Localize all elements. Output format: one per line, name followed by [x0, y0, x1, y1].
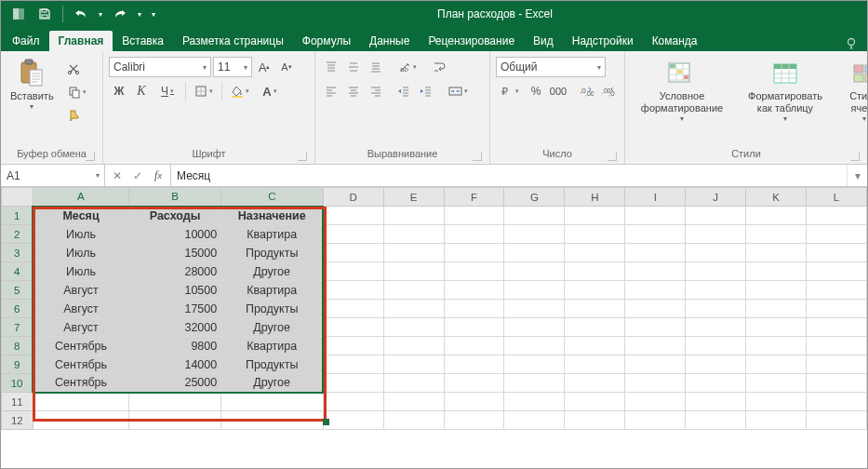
column-header[interactable]: A	[33, 188, 128, 207]
cell[interactable]	[746, 207, 807, 225]
font-size-combo[interactable]: 11▾	[213, 57, 252, 77]
format-as-table-button[interactable]: Форматировать как таблицу ▾	[739, 57, 832, 125]
column-header[interactable]: H	[565, 188, 625, 207]
bold-button[interactable]: Ж	[109, 81, 129, 101]
cell[interactable]	[625, 244, 686, 262]
cell[interactable]	[625, 355, 686, 374]
redo-drop[interactable]: ▾	[134, 3, 145, 25]
select-all-corner[interactable]	[2, 188, 33, 207]
align-left-button[interactable]	[321, 81, 341, 101]
tab-review[interactable]: Рецензирование	[419, 31, 524, 51]
cell[interactable]: Август	[33, 318, 128, 337]
cell[interactable]	[625, 393, 686, 411]
cell[interactable]	[746, 411, 807, 430]
cell[interactable]	[383, 244, 444, 262]
row-header[interactable]: 10	[2, 374, 33, 393]
column-header[interactable]: D	[323, 188, 383, 207]
cell[interactable]	[565, 355, 625, 374]
align-top-button[interactable]	[321, 57, 341, 77]
tab-addins[interactable]: Надстройки	[563, 31, 643, 51]
cell[interactable]	[504, 300, 565, 318]
paste-button[interactable]: Вставить ▾	[7, 57, 58, 113]
cell[interactable]	[746, 374, 807, 393]
cell[interactable]	[625, 225, 686, 244]
cell[interactable]	[383, 225, 444, 244]
copy-button[interactable]: ▾	[63, 82, 91, 102]
redo-button[interactable]	[108, 3, 132, 25]
cell[interactable]: Август	[33, 300, 128, 318]
cell[interactable]	[444, 411, 504, 430]
worksheet-grid[interactable]: ABCDEFGHIJKL1МесяцРасходыНазначение2Июль…	[1, 187, 867, 430]
cell[interactable]: Квартира	[221, 337, 323, 355]
cell[interactable]	[686, 355, 746, 374]
cell[interactable]	[625, 281, 686, 300]
cancel-formula-button[interactable]: ✕	[109, 169, 126, 182]
cell[interactable]	[128, 411, 220, 430]
row-header[interactable]: 5	[2, 281, 33, 300]
selection-handle[interactable]	[323, 419, 329, 425]
cell[interactable]	[221, 411, 323, 430]
tab-view[interactable]: Вид	[524, 31, 563, 51]
cell[interactable]	[504, 374, 565, 393]
tab-insert[interactable]: Вставка	[113, 31, 173, 51]
cell[interactable]	[504, 281, 565, 300]
cell[interactable]	[504, 337, 565, 355]
cell[interactable]	[565, 281, 625, 300]
cell[interactable]: Продукты	[221, 355, 323, 374]
cell[interactable]	[807, 411, 867, 430]
tell-me-icon[interactable]	[845, 36, 865, 51]
cell[interactable]	[565, 262, 625, 281]
cell[interactable]	[504, 393, 565, 411]
cell[interactable]: Сентябрь	[33, 374, 128, 393]
cell[interactable]	[625, 374, 686, 393]
cell[interactable]	[323, 393, 383, 411]
underline-button[interactable]: Ч▾	[154, 81, 181, 101]
merge-button[interactable]: ▾	[444, 81, 472, 101]
grow-font-button[interactable]: A▴	[254, 57, 274, 77]
cell[interactable]	[686, 318, 746, 337]
tab-team[interactable]: Команда	[643, 31, 707, 51]
row-header[interactable]: 2	[2, 225, 33, 244]
cell[interactable]	[444, 374, 504, 393]
row-header[interactable]: 11	[2, 393, 33, 411]
cell[interactable]	[444, 355, 504, 374]
number-format-combo[interactable]: Общий▾	[496, 57, 606, 77]
italic-button[interactable]: К	[131, 81, 152, 101]
cell[interactable]	[625, 300, 686, 318]
cell[interactable]	[504, 207, 565, 225]
cell[interactable]	[323, 355, 383, 374]
save-button[interactable]	[33, 3, 57, 25]
cell[interactable]	[323, 244, 383, 262]
cell[interactable]	[383, 300, 444, 318]
row-header[interactable]: 6	[2, 300, 33, 318]
cell-styles-button[interactable]: Стили ячеек ▾	[837, 57, 867, 125]
row-header[interactable]: 9	[2, 355, 33, 374]
decrease-decimal-button[interactable]: ,00,0	[598, 81, 619, 101]
cell[interactable]: Назначение	[221, 207, 323, 225]
row-header[interactable]: 7	[2, 318, 33, 337]
font-name-combo[interactable]: Calibri▾	[109, 57, 211, 77]
cell[interactable]	[807, 300, 867, 318]
cell[interactable]	[383, 411, 444, 430]
accounting-button[interactable]: ₽▾	[496, 81, 524, 101]
column-header[interactable]: L	[807, 188, 867, 207]
cell[interactable]: 10000	[128, 225, 220, 244]
cell[interactable]: Июль	[33, 262, 128, 281]
cell[interactable]	[807, 207, 867, 225]
formula-bar[interactable]: Месяц	[171, 165, 847, 186]
tab-formulas[interactable]: Формулы	[293, 31, 360, 51]
cell[interactable]	[686, 281, 746, 300]
cell[interactable]	[444, 337, 504, 355]
row-header[interactable]: 8	[2, 337, 33, 355]
insert-function-button[interactable]: fx	[150, 168, 167, 182]
cell[interactable]: Другое	[221, 262, 323, 281]
cell[interactable]	[565, 337, 625, 355]
undo-button[interactable]	[69, 3, 93, 25]
tab-home[interactable]: Главная	[49, 31, 114, 51]
cell[interactable]	[807, 262, 867, 281]
cell[interactable]	[625, 337, 686, 355]
cell[interactable]: 25000	[128, 374, 220, 393]
cell[interactable]	[746, 337, 807, 355]
cell[interactable]	[323, 337, 383, 355]
cell[interactable]: 9800	[128, 337, 220, 355]
